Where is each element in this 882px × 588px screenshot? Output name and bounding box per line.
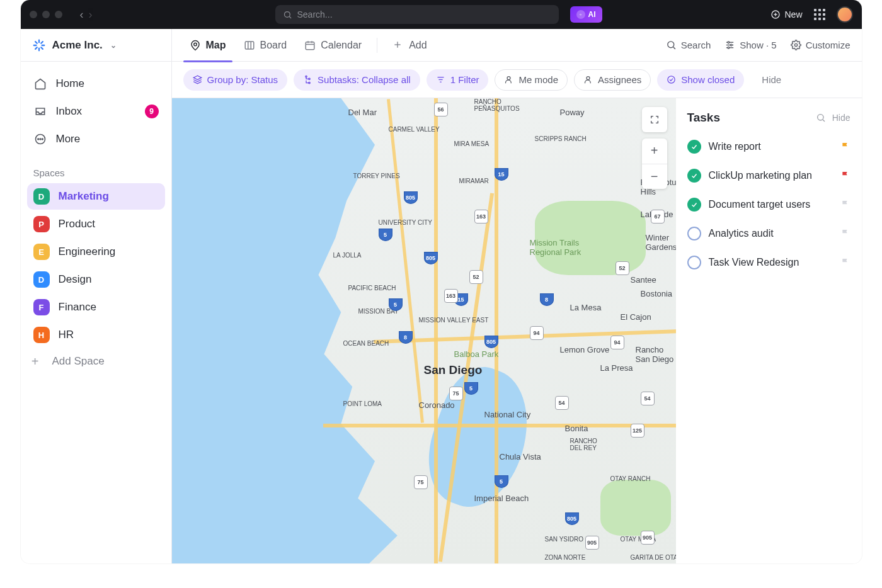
city-carmel: CARMEL VALLEY bbox=[389, 126, 440, 133]
task-row[interactable]: Write report bbox=[687, 132, 850, 161]
fullscreen-button[interactable] bbox=[642, 107, 667, 132]
task-row[interactable]: Analytics audit bbox=[687, 219, 850, 248]
tab-board[interactable]: Board bbox=[238, 29, 294, 62]
check-circle-icon bbox=[667, 75, 676, 84]
plus-icon bbox=[392, 40, 404, 51]
status-open-icon[interactable] bbox=[687, 256, 701, 269]
svg-point-35 bbox=[794, 43, 797, 46]
user-icon bbox=[504, 75, 513, 84]
task-row[interactable]: Task View Redesign bbox=[687, 248, 850, 277]
sidebar-space-engineering[interactable]: EEngineering bbox=[27, 239, 165, 265]
svg-point-33 bbox=[730, 44, 732, 46]
hwy-shield: 5 bbox=[464, 382, 478, 395]
nav-home[interactable]: Home bbox=[27, 71, 165, 97]
view-show[interactable]: Show · 5 bbox=[724, 40, 776, 50]
city-miramar: MIRAMAR bbox=[459, 178, 489, 184]
tab-calendar[interactable]: Calendar bbox=[298, 29, 368, 62]
svg-rect-18 bbox=[245, 42, 254, 49]
route-shield: 905 bbox=[641, 531, 655, 545]
city-la-mesa: La Mesa bbox=[570, 303, 602, 312]
tab-map[interactable]: Map bbox=[183, 29, 232, 62]
view-customize[interactable]: Customize bbox=[791, 40, 850, 50]
priority-flag-icon[interactable] bbox=[840, 200, 850, 210]
task-row[interactable]: Document target users bbox=[687, 190, 850, 219]
map-canvas[interactable]: San Diego Del Mar Poway LA JOLLA CARMEL … bbox=[172, 98, 676, 563]
space-label: Design bbox=[59, 273, 92, 286]
sidebar-space-finance[interactable]: FFinance bbox=[27, 294, 165, 320]
zoom-out-button[interactable]: − bbox=[642, 164, 667, 189]
svg-line-10 bbox=[41, 47, 43, 49]
priority-flag-icon[interactable] bbox=[840, 229, 850, 239]
workspace-logo-icon bbox=[32, 38, 46, 52]
assignees-chip[interactable]: Assignees bbox=[574, 69, 651, 91]
status-done-icon[interactable] bbox=[687, 140, 701, 154]
space-label: Product bbox=[59, 218, 96, 230]
hwy-shield: 805 bbox=[424, 252, 438, 264]
hwy-shield: 805 bbox=[484, 336, 498, 348]
route-shield: 125 bbox=[631, 424, 644, 438]
view-search[interactable]: Search bbox=[666, 40, 711, 50]
task-row[interactable]: ClickUp marketing plan bbox=[687, 161, 850, 190]
me-mode-chip[interactable]: Me mode bbox=[495, 69, 568, 91]
nav-back[interactable]: ‹ bbox=[80, 8, 84, 21]
search-icon bbox=[283, 10, 292, 20]
hwy-shield: 805 bbox=[565, 512, 579, 525]
route-shield: 905 bbox=[585, 536, 599, 550]
users-icon bbox=[583, 75, 593, 84]
inbox-badge: 9 bbox=[145, 105, 159, 118]
svg-point-16 bbox=[42, 139, 43, 140]
priority-flag-icon[interactable] bbox=[840, 171, 850, 181]
search-placeholder: Search... bbox=[297, 9, 333, 20]
task-title: Task View Redesign bbox=[709, 257, 833, 268]
search-icon[interactable] bbox=[816, 113, 826, 123]
nav-inbox[interactable]: Inbox 9 bbox=[27, 98, 165, 125]
priority-flag-icon[interactable] bbox=[840, 142, 850, 152]
city-otay-ranch: OTAY RANCH bbox=[610, 475, 651, 482]
sidebar-space-marketing[interactable]: DMarketing bbox=[27, 183, 165, 210]
sidebar-space-design[interactable]: DDesign bbox=[27, 266, 165, 293]
sidebar: Acme Inc. ⌄ Home Inbox 9 More Spaces bbox=[21, 29, 172, 563]
subtasks-chip[interactable]: Subtasks: Collapse all bbox=[294, 69, 420, 91]
group-by-chip[interactable]: Group by: Status bbox=[183, 69, 288, 91]
nav-forward[interactable]: › bbox=[89, 8, 93, 21]
route-shield: 94 bbox=[530, 326, 544, 340]
subtask-icon bbox=[303, 75, 312, 84]
city-winter-gardens: Winter Gardens bbox=[646, 233, 676, 252]
city-la-jolla: LA JOLLA bbox=[333, 252, 362, 259]
zoom-in-button[interactable]: + bbox=[642, 139, 667, 164]
add-space-button[interactable]: + Add Space bbox=[21, 348, 171, 375]
add-view-button[interactable]: Add bbox=[386, 29, 433, 62]
task-title: Write report bbox=[709, 141, 833, 152]
new-button[interactable]: New bbox=[770, 9, 802, 20]
maximize-dot[interactable] bbox=[55, 11, 62, 18]
sidebar-space-hr[interactable]: HHR bbox=[27, 322, 165, 348]
ai-icon: ◦ bbox=[576, 10, 585, 19]
view-tabs: Map Board Calendar Add Search Show · bbox=[172, 29, 862, 62]
filter-chip[interactable]: 1 Filter bbox=[427, 69, 489, 91]
user-avatar[interactable] bbox=[837, 6, 853, 23]
task-title: Analytics audit bbox=[709, 228, 833, 239]
minimize-dot[interactable] bbox=[42, 11, 50, 18]
close-dot[interactable] bbox=[30, 11, 37, 18]
apps-icon[interactable] bbox=[814, 9, 825, 20]
status-open-icon[interactable] bbox=[687, 227, 701, 240]
ai-button[interactable]: ◦ AI bbox=[570, 6, 602, 23]
sidebar-space-product[interactable]: PProduct bbox=[27, 211, 165, 237]
filter-icon bbox=[436, 75, 445, 84]
space-badge: P bbox=[33, 216, 50, 232]
priority-flag-icon[interactable] bbox=[840, 257, 850, 268]
status-done-icon[interactable] bbox=[687, 198, 701, 212]
status-done-icon[interactable] bbox=[687, 169, 701, 183]
hide-tasks[interactable]: Hide bbox=[832, 113, 850, 123]
nav-more[interactable]: More bbox=[27, 126, 165, 152]
show-closed-chip[interactable]: Show closed bbox=[657, 69, 744, 91]
workspace-switcher[interactable]: Acme Inc. ⌄ bbox=[21, 29, 171, 62]
hide-filters[interactable]: Hide bbox=[762, 74, 781, 85]
city-mission-trails: Mission Trails Regional Park bbox=[530, 238, 581, 257]
global-search[interactable]: Search... bbox=[275, 5, 559, 24]
city-rancho-rey: RANCHO DEL REY bbox=[570, 438, 597, 451]
route-shield: 163 bbox=[444, 289, 458, 303]
space-label: Finance bbox=[59, 301, 96, 314]
city-torrey: TORREY PINES bbox=[353, 172, 400, 179]
svg-line-11 bbox=[35, 47, 37, 49]
